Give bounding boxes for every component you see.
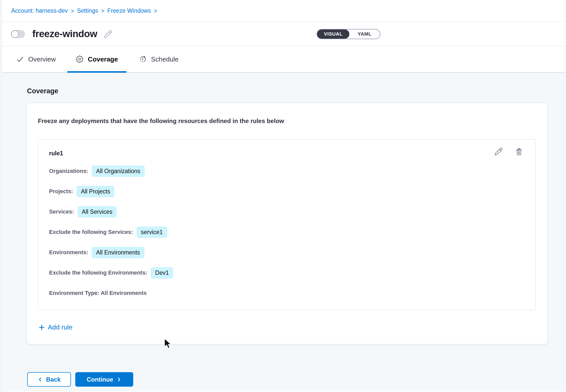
rule-row: Services:All Services <box>49 202 525 222</box>
rule-row-label: Projects: <box>49 188 73 195</box>
tab-coverage[interactable]: Coverage <box>67 46 127 72</box>
freeze-enabled-toggle[interactable] <box>11 30 25 38</box>
rule-row-badge: All Services <box>78 206 117 218</box>
edit-title-pencil-icon[interactable] <box>104 30 112 38</box>
rule-row-badge: service1 <box>137 227 167 238</box>
studio-header: freeze-window VISUAL YAML <box>0 22 566 46</box>
chevron-left-icon <box>37 377 43 382</box>
coverage-card: Freeze any deployments that have the fol… <box>27 103 547 344</box>
freeze-window-studio: Account: harness-dev > Settings > Freeze… <box>0 0 566 392</box>
toggle-knob <box>11 30 19 38</box>
tab-label: Schedule <box>151 55 178 63</box>
page-title: freeze-window <box>32 28 97 39</box>
studio-tabs: Overview Coverage Schedule <box>0 46 566 73</box>
rule-row-label: Exclude the following Services: <box>49 229 133 235</box>
coverage-section: Coverage Freeze any deployments that hav… <box>0 73 566 391</box>
tab-label: Coverage <box>88 55 118 63</box>
breadcrumb-separator: > <box>101 7 104 14</box>
add-rule-label: Add rule <box>48 323 72 331</box>
tab-label: Overview <box>28 55 56 63</box>
clock-icon <box>139 55 147 63</box>
continue-label: Continue <box>87 376 113 383</box>
card-heading: Freeze any deployments that have the fol… <box>38 117 536 125</box>
rule-row: Environment Type: All Environments <box>49 283 525 303</box>
plus-icon <box>38 324 45 331</box>
breadcrumb-separator: > <box>154 7 157 14</box>
delete-rule-trash-icon[interactable] <box>515 147 523 156</box>
rule-row: Exclude the following Services:service1 <box>49 222 525 242</box>
footer-buttons: Back Continue <box>27 372 566 387</box>
continue-button[interactable]: Continue <box>75 372 133 387</box>
breadcrumb-separator: > <box>71 7 74 14</box>
visual-yaml-toggle: VISUAL YAML <box>317 29 380 39</box>
edit-rule-pencil-icon[interactable] <box>494 147 503 156</box>
rule-row-label: Exclude the following Environments: <box>49 269 147 276</box>
breadcrumb-freeze-windows-link[interactable]: Freeze Windows <box>107 7 151 14</box>
rule-row-badge: Dev1 <box>151 267 173 279</box>
rule-row-label: Environment Type: All Environments <box>49 290 147 296</box>
breadcrumb: Account: harness-dev > Settings > Freeze… <box>11 7 157 14</box>
back-button[interactable]: Back <box>27 372 71 387</box>
breadcrumb-row: Account: harness-dev > Settings > Freeze… <box>0 0 566 22</box>
rule-row-label: Organizations: <box>49 168 88 174</box>
rule-row-label: Services: <box>49 208 74 215</box>
rule-name: rule1 <box>49 149 63 158</box>
rule-row-badge: All Environments <box>92 247 144 258</box>
yaml-toggle-button[interactable]: YAML <box>349 29 380 39</box>
check-icon <box>16 55 24 63</box>
rule-row: Projects:All Projects <box>49 181 525 202</box>
visual-toggle-button[interactable]: VISUAL <box>317 29 349 39</box>
rule-row-label: Environments: <box>49 249 88 256</box>
tab-overview[interactable]: Overview <box>16 46 56 72</box>
rule-row-badge: All Organizations <box>92 165 145 177</box>
gear-icon <box>76 55 83 63</box>
rule-actions <box>494 147 523 156</box>
section-heading: Coverage <box>27 73 566 95</box>
chevron-right-icon <box>116 377 122 382</box>
rule-row: Environments:All Environments <box>49 242 525 263</box>
breadcrumb-settings-link[interactable]: Settings <box>77 7 98 14</box>
rule-row: Organizations:All Organizations <box>49 161 525 181</box>
left-edge-strip <box>0 0 2 392</box>
rule-card: rule1 Organizations:All OrganizationsPro… <box>38 139 536 310</box>
back-label: Back <box>46 376 61 383</box>
breadcrumb-account-link[interactable]: Account: harness-dev <box>11 7 68 14</box>
add-rule-button[interactable]: Add rule <box>38 323 72 331</box>
rule-row-badge: All Projects <box>77 186 114 197</box>
rule-row: Exclude the following Environments:Dev1 <box>49 263 525 283</box>
tab-schedule[interactable]: Schedule <box>139 46 178 72</box>
rule-rows: Organizations:All OrganizationsProjects:… <box>49 161 525 303</box>
